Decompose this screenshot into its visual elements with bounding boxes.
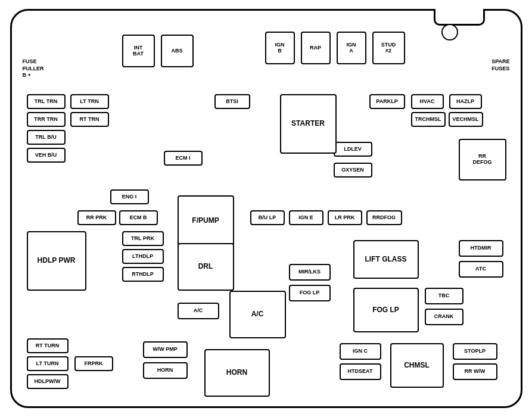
fuse-ign_c: IGN C bbox=[340, 343, 381, 360]
fuse-rr_ww: RR W/W bbox=[453, 363, 497, 380]
fuse-layout: INTBATABSIGNBRAPIGNASTUD#2TRL TRNLT TRNT… bbox=[18, 17, 515, 400]
fuse-atc: ATC bbox=[459, 261, 503, 278]
fuse-drl: DRL bbox=[178, 243, 234, 291]
fuse-rrdfog: RRDFOG bbox=[366, 210, 402, 225]
fuse-fog_lp: FOG LP bbox=[353, 288, 419, 332]
fuse-oxysen: OXYSEN bbox=[334, 163, 372, 178]
fuse-trl_trn: TRL TRN bbox=[27, 94, 66, 109]
fuse-lt_turn: LT TURN bbox=[27, 356, 69, 371]
fuse-trr_trn: TRR TRN bbox=[27, 112, 66, 127]
fuse-lthdlp: LTHDLP bbox=[122, 249, 164, 264]
fuse-fog_lp_sm: FOG LP bbox=[289, 285, 331, 301]
fuse-tbc: TBC bbox=[425, 288, 463, 304]
fuse-rr_defog: RRDEFOG bbox=[459, 139, 506, 181]
fuse-abs: ABS bbox=[161, 35, 194, 67]
fuse-htdmir: HTDMIR bbox=[459, 240, 503, 257]
fuse-stoplp: STOPLP bbox=[453, 343, 497, 360]
fuse-rt_turn: RT TURN bbox=[27, 338, 69, 353]
fuse-a_c_sm: A/C bbox=[178, 303, 219, 319]
fuse-ign_b: IGNB bbox=[265, 32, 295, 64]
fuse-htdseat: HTDSEAT bbox=[340, 363, 381, 380]
fuse-box-diagram: FUSEPULLERB + SPAREFUSES INTBATABSIGNBRA… bbox=[10, 9, 522, 408]
fuse-crank: CRANK bbox=[425, 309, 463, 325]
fuse-ecm_i: ECM I bbox=[164, 151, 203, 166]
fuse-starter: STARTER bbox=[280, 94, 337, 154]
fuse-parklp: PARKLP bbox=[369, 94, 405, 109]
fuse-ww_pmp: W/W PMP bbox=[143, 341, 188, 358]
fuse-a_c: A/C bbox=[229, 291, 286, 338]
fuse-stud2: STUD#2 bbox=[372, 32, 405, 64]
fuse-veh_bu: VEH B/U bbox=[27, 148, 66, 163]
fuse-hazlp: HAZLP bbox=[449, 94, 482, 109]
fuse-int_bat: INTBAT bbox=[122, 35, 155, 67]
fuse-hdlp_pwr: HDLP PWR bbox=[27, 231, 86, 291]
fuse-eng_i: ENG I bbox=[110, 189, 149, 204]
fuse-lt_trn: LT TRN bbox=[70, 94, 109, 109]
fuse-chmsl: CHMSL bbox=[390, 343, 444, 388]
fuse-ign_e: IGN E bbox=[289, 210, 323, 225]
fuse-hvac: HVAC bbox=[411, 94, 444, 109]
fuse-ign_a: IGNA bbox=[337, 32, 366, 64]
fuse-bu_lp: B/U LP bbox=[250, 210, 285, 225]
fuse-horn_sm: HORN bbox=[143, 362, 188, 379]
fuse-rt_trn: RT TRN bbox=[70, 112, 109, 127]
fuse-ldlev: LDLEV bbox=[334, 142, 372, 157]
fuse-trl_prk: TRL PRK bbox=[122, 231, 164, 246]
fuse-trl_bu: TRL B/U bbox=[27, 130, 66, 145]
fuse-mir_lks: MIR/LKS bbox=[289, 264, 331, 281]
fuse-hdlpww: HDLPW/W bbox=[27, 374, 69, 389]
fuse-lift_glass: LIFT GLASS bbox=[353, 240, 419, 279]
fuse-frprk: FRPRK bbox=[74, 356, 113, 371]
fuse-rap: RAP bbox=[301, 32, 331, 64]
fuse-trchmsl: TRCHMSL bbox=[411, 112, 446, 127]
fuse-horn: HORN bbox=[204, 349, 270, 397]
fuse-lr_prk: LR PRK bbox=[328, 210, 362, 225]
fuse-f_pump: F/PUMP bbox=[178, 195, 234, 246]
fuse-vechmsl: VECHMSL bbox=[449, 112, 483, 127]
fuse-ecm_b: ECM B bbox=[119, 210, 158, 225]
fuse-rr_prk: RR PRK bbox=[77, 210, 116, 225]
fuse-btsi: BTSI bbox=[214, 94, 250, 109]
fuse-rthdlp: RTHDLP bbox=[122, 267, 164, 282]
